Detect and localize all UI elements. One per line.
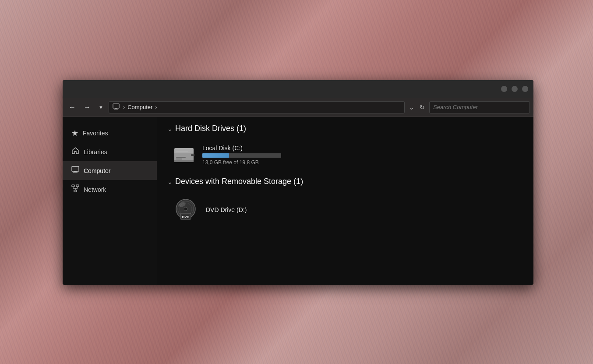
titlebar	[63, 80, 533, 98]
svg-point-26	[184, 207, 187, 211]
dvd-icon-wrap: DVD	[173, 197, 199, 223]
home-icon	[71, 147, 79, 157]
hdd-icon-wrap	[173, 144, 195, 166]
svg-rect-0	[113, 104, 119, 108]
svg-rect-21	[176, 159, 182, 159]
svg-rect-5	[73, 172, 78, 173]
breadcrumb-arrow: ›	[123, 104, 125, 110]
hdd-section-title: Hard Disk Drives (1)	[175, 124, 246, 133]
star-icon	[71, 128, 78, 138]
file-explorer-window: ← → ▼ › Computer › ⌄ ↻	[63, 80, 533, 285]
maximize-button[interactable]	[512, 86, 518, 92]
local-disk-c-info: Local Disk (C:) 13,0 GB free of 19,8 GB	[202, 145, 281, 166]
close-button[interactable]	[522, 86, 528, 92]
address-refresh-icon[interactable]: ↻	[418, 102, 427, 113]
sidebar-label-computer: Computer	[84, 167, 110, 174]
local-disk-c-item[interactable]: Local Disk (C:) 13,0 GB free of 19,8 GB	[167, 140, 523, 170]
sidebar-item-computer[interactable]: Computer	[63, 161, 157, 180]
svg-text:DVD: DVD	[182, 215, 190, 219]
address-chevron-icon[interactable]: ⌄	[407, 102, 416, 113]
svg-rect-4	[74, 171, 77, 172]
sidebar-label-libraries: Libraries	[84, 148, 107, 155]
svg-rect-3	[72, 166, 79, 171]
svg-rect-16	[174, 160, 194, 162]
minimize-button[interactable]	[501, 86, 507, 92]
svg-rect-6	[72, 185, 74, 187]
sidebar-label-favorites: Favorites	[83, 130, 108, 137]
network-icon	[71, 184, 79, 194]
content-area: ⌄ Hard Disk Drives (1)	[157, 117, 533, 285]
breadcrumb-computer[interactable]: Computer	[127, 104, 152, 110]
svg-rect-18	[191, 155, 194, 155]
sidebar-item-libraries[interactable]: Libraries	[63, 142, 157, 161]
dropdown-button[interactable]: ▼	[96, 103, 106, 112]
sidebar-item-favorites[interactable]: Favorites	[63, 124, 157, 142]
forward-button[interactable]: →	[81, 102, 93, 113]
hdd-icon	[173, 145, 195, 166]
removable-section-chevron[interactable]: ⌄	[167, 178, 173, 185]
hdd-section-chevron[interactable]: ⌄	[167, 125, 173, 132]
breadcrumb-separator: ›	[155, 104, 157, 110]
dvd-drive-info: DVD Drive (D:)	[206, 206, 247, 213]
svg-rect-7	[76, 185, 79, 187]
svg-rect-2	[114, 109, 118, 110]
address-controls: ⌄ ↻	[407, 102, 427, 113]
hard-disk-drives-header: ⌄ Hard Disk Drives (1)	[167, 124, 523, 133]
svg-rect-1	[115, 108, 117, 109]
sidebar-label-network: Network	[84, 186, 106, 193]
sidebar: Favorites Libraries Co	[63, 117, 157, 285]
search-input[interactable]	[433, 104, 526, 110]
local-disk-c-space: 13,0 GB free of 19,8 GB	[202, 159, 281, 166]
svg-rect-19	[176, 151, 188, 152]
search-box[interactable]	[429, 101, 530, 113]
svg-rect-8	[74, 190, 77, 192]
addressbar: ← → ▼ › Computer › ⌄ ↻	[63, 98, 533, 117]
dvd-drive-name: DVD Drive (D:)	[206, 206, 247, 213]
main-layout: Favorites Libraries Co	[63, 117, 533, 285]
svg-rect-20	[176, 157, 186, 158]
address-path[interactable]: › Computer ›	[109, 101, 405, 113]
local-disk-c-progress-bar	[202, 153, 281, 158]
local-disk-c-name: Local Disk (C:)	[202, 145, 281, 152]
monitor-icon	[71, 166, 79, 176]
dvd-drive-item[interactable]: DVD DVD Drive (D:)	[167, 193, 523, 226]
dvd-icon: DVD	[173, 197, 199, 223]
local-disk-c-progress-fill	[202, 153, 229, 158]
removable-section-title: Devices with Removable Storage (1)	[175, 177, 303, 186]
sidebar-item-network[interactable]: Network	[63, 180, 157, 199]
removable-storage-header: ⌄ Devices with Removable Storage (1)	[167, 177, 523, 186]
path-monitor-icon	[113, 103, 120, 111]
back-button[interactable]: ←	[66, 102, 78, 113]
